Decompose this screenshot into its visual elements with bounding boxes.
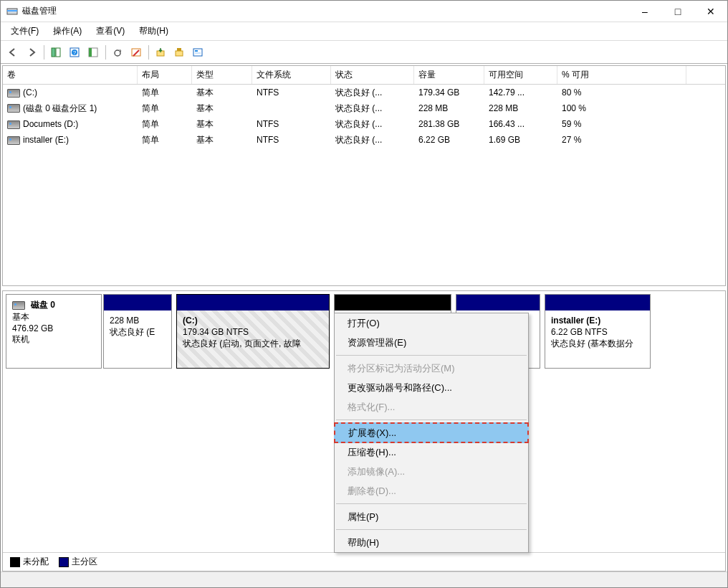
volume-row[interactable]: installer (E:)简单基本NTFS状态良好 (...6.22 GB1.… — [3, 132, 725, 148]
legend-swatch-unallocated — [10, 557, 20, 567]
partition[interactable]: (C:)179.34 GB NTFS状态良好 (启动, 页面文件, 故障 — [176, 294, 330, 369]
disk-status: 联机 — [12, 333, 95, 346]
disk-type: 基本 — [12, 311, 95, 323]
close-button[interactable]: ✕ — [694, 1, 727, 22]
legend-swatch-primary — [59, 557, 69, 567]
titlebar: 磁盘管理 – □ ✕ — [1, 1, 727, 22]
ctx-format: 格式化(F)... — [335, 397, 528, 417]
volume-icon — [7, 120, 20, 129]
menubar: 文件(F) 操作(A) 查看(V) 帮助(H) — [1, 22, 727, 41]
disk-label[interactable]: 磁盘 0 基本 476.92 GB 联机 — [6, 294, 102, 369]
disk-name: 磁盘 0 — [31, 299, 55, 311]
col-status[interactable]: 状态 — [331, 66, 414, 84]
col-capacity[interactable]: 容量 — [414, 66, 484, 84]
svg-rect-2 — [52, 48, 55, 57]
ctx-properties[interactable]: 属性(P) — [335, 507, 528, 526]
partition[interactable]: 228 MB状态良好 (E — [103, 294, 172, 369]
disk-management-window: 磁盘管理 – □ ✕ 文件(F) 操作(A) 查看(V) 帮助(H) ? 卷 布 — [0, 0, 728, 588]
volume-row[interactable]: (C:)简单基本NTFS状态良好 (...179.34 GB142.79 ...… — [3, 85, 725, 100]
svg-rect-13 — [177, 48, 181, 51]
ctx-shrink-volume[interactable]: 压缩卷(H)... — [335, 442, 528, 462]
ctx-mark-active: 将分区标记为活动分区(M) — [335, 359, 528, 378]
disk-icon — [12, 301, 25, 310]
disk-graphical-pane: 磁盘 0 基本 476.92 GB 联机 228 MB状态良好 (E(C:)17… — [2, 290, 726, 572]
menu-action[interactable]: 操作(A) — [46, 22, 89, 40]
forward-button[interactable] — [22, 44, 41, 61]
ctx-help[interactable]: 帮助(H) — [335, 533, 528, 552]
volume-row[interactable]: (磁盘 0 磁盘分区 1)简单基本状态良好 (...228 MB228 MB10… — [3, 100, 725, 116]
ctx-open[interactable]: 打开(O) — [335, 313, 528, 333]
volume-rows: (C:)简单基本NTFS状态良好 (...179.34 GB142.79 ...… — [3, 85, 725, 285]
svg-rect-16 — [195, 52, 201, 54]
col-free[interactable]: 可用空间 — [484, 66, 557, 84]
ctx-explorer[interactable]: 资源管理器(E) — [335, 333, 528, 352]
col-type[interactable]: 类型 — [192, 66, 252, 84]
volume-icon — [7, 89, 20, 98]
ctx-change-letter[interactable]: 更改驱动器号和路径(C)... — [335, 378, 528, 397]
statusbar — [1, 572, 727, 587]
legend-primary: 主分区 — [72, 556, 97, 566]
toolbar-icon-6[interactable] — [151, 44, 170, 61]
col-layout[interactable]: 布局 — [138, 66, 192, 84]
col-pct[interactable]: % 可用 — [557, 66, 686, 84]
svg-rect-12 — [176, 51, 183, 56]
volume-icon — [7, 104, 20, 113]
toolbar-icon-7[interactable] — [170, 44, 188, 61]
volume-row[interactable]: Documets (D:)简单基本NTFS状态良好 (...281.38 GB1… — [3, 116, 725, 132]
legend-unallocated: 未分配 — [23, 556, 49, 566]
toolbar-icon-1[interactable] — [47, 44, 65, 61]
menu-file[interactable]: 文件(F) — [4, 22, 46, 40]
ctx-delete-volume: 删除卷(D)... — [335, 481, 528, 501]
toolbar-icon-3[interactable] — [84, 44, 102, 61]
svg-point-9 — [115, 50, 120, 56]
disk-size: 476.92 GB — [12, 323, 95, 333]
ctx-add-mirror: 添加镜像(A)... — [335, 462, 528, 481]
volume-icon — [7, 136, 20, 145]
legend: 未分配 主分区 — [3, 552, 725, 571]
menu-view[interactable]: 查看(V) — [89, 22, 132, 40]
maximize-button[interactable]: □ — [661, 1, 694, 22]
svg-rect-8 — [89, 48, 92, 57]
toolbar: ? — [1, 41, 727, 64]
col-fs[interactable]: 文件系统 — [252, 66, 331, 84]
toolbar-icon-2[interactable]: ? — [65, 44, 84, 61]
menu-help[interactable]: 帮助(H) — [132, 22, 176, 40]
context-menu: 打开(O) 资源管理器(E) 将分区标记为活动分区(M) 更改驱动器号和路径(C… — [334, 313, 529, 553]
refresh-button[interactable] — [108, 44, 127, 61]
svg-rect-3 — [56, 48, 60, 57]
svg-rect-15 — [195, 50, 198, 52]
partition[interactable]: installer (E:)6.22 GB NTFS状态良好 (基本数据分 — [545, 294, 651, 369]
toolbar-icon-5[interactable] — [127, 44, 145, 61]
volume-list: 卷 布局 类型 文件系统 状态 容量 可用空间 % 可用 (C:)简单基本NTF… — [2, 65, 726, 286]
col-volume[interactable]: 卷 — [3, 66, 138, 84]
volume-list-header: 卷 布局 类型 文件系统 状态 容量 可用空间 % 可用 — [3, 66, 725, 85]
svg-text:?: ? — [73, 49, 77, 56]
ctx-extend-volume[interactable]: 扩展卷(X)... — [334, 422, 529, 443]
back-button[interactable] — [4, 44, 22, 61]
toolbar-icon-8[interactable] — [188, 44, 207, 61]
minimize-button[interactable]: – — [628, 1, 661, 22]
svg-rect-1 — [7, 10, 17, 11]
window-title: 磁盘管理 — [22, 5, 57, 17]
app-icon — [6, 6, 18, 17]
